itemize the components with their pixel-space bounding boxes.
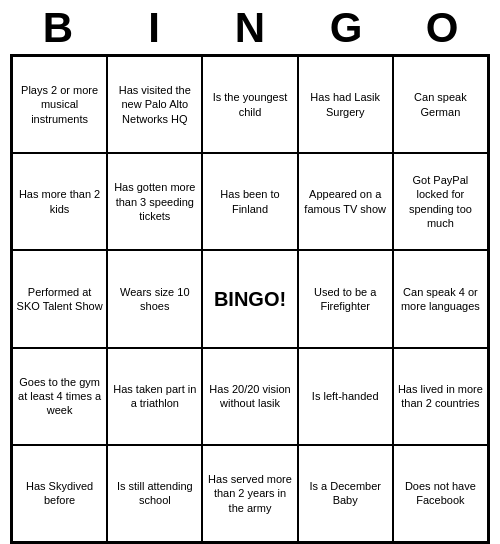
bingo-cell-15: Goes to the gym at least 4 times a week: [12, 348, 107, 445]
bingo-cell-17: Has 20/20 vision without lasik: [202, 348, 297, 445]
bingo-letter-o: O: [402, 4, 482, 52]
bingo-cell-4: Can speak German: [393, 56, 488, 153]
bingo-cell-12: BINGO!: [202, 250, 297, 347]
bingo-letter-i: I: [114, 4, 194, 52]
bingo-cell-16: Has taken part in a triathlon: [107, 348, 202, 445]
bingo-letter-g: G: [306, 4, 386, 52]
bingo-letter-b: B: [18, 4, 98, 52]
bingo-cell-18: Is left-handed: [298, 348, 393, 445]
bingo-cell-21: Is still attending school: [107, 445, 202, 542]
bingo-cell-14: Can speak 4 or more languages: [393, 250, 488, 347]
bingo-cell-2: Is the youngest child: [202, 56, 297, 153]
bingo-header: BINGO: [10, 0, 490, 54]
bingo-cell-9: Got PayPal locked for spending too much: [393, 153, 488, 250]
bingo-grid: Plays 2 or more musical instrumentsHas v…: [10, 54, 490, 544]
bingo-cell-23: Is a December Baby: [298, 445, 393, 542]
bingo-cell-7: Has been to Finland: [202, 153, 297, 250]
bingo-cell-24: Does not have Facebook: [393, 445, 488, 542]
bingo-cell-19: Has lived in more than 2 countries: [393, 348, 488, 445]
bingo-cell-13: Used to be a Firefighter: [298, 250, 393, 347]
bingo-cell-6: Has gotten more than 3 speeding tickets: [107, 153, 202, 250]
bingo-cell-20: Has Skydived before: [12, 445, 107, 542]
bingo-cell-22: Has served more than 2 years in the army: [202, 445, 297, 542]
bingo-letter-n: N: [210, 4, 290, 52]
bingo-cell-5: Has more than 2 kids: [12, 153, 107, 250]
bingo-cell-3: Has had Lasik Surgery: [298, 56, 393, 153]
bingo-cell-0: Plays 2 or more musical instruments: [12, 56, 107, 153]
bingo-cell-8: Appeared on a famous TV show: [298, 153, 393, 250]
bingo-cell-10: Performed at SKO Talent Show: [12, 250, 107, 347]
bingo-cell-11: Wears size 10 shoes: [107, 250, 202, 347]
bingo-cell-1: Has visited the new Palo Alto Networks H…: [107, 56, 202, 153]
